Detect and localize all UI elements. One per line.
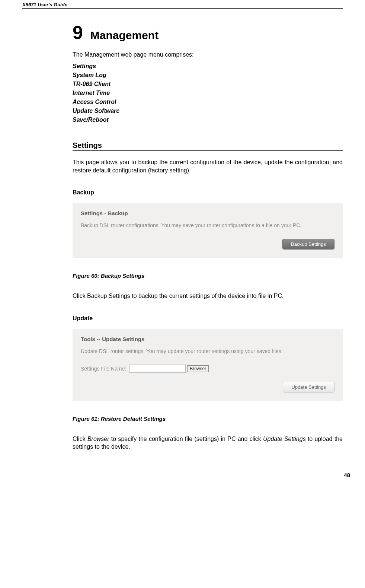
header-guide: X5671 User's Guide [22,2,343,7]
ss-update-label: Settings File Name: [81,366,126,372]
menu-item-update-software: Update Software [73,107,343,115]
screenshot-update: Tools -- Update Settings Update DSL rout… [73,329,343,401]
update-after-2: to specify the configuration file (setti… [109,436,263,442]
settings-body: This page allows you to backup the curre… [73,158,343,174]
figure-caption-update: Figure 61: Restore Default Settings [73,416,343,422]
ss-backup-title: Settings - Backup [81,210,334,216]
footer-rule [22,466,343,466]
settings-file-input[interactable] [129,365,186,373]
sub-heading-update: Update [73,315,343,322]
menu-item-internet-time: Internet Time [73,89,343,98]
menu-list: Settings System Log TR-069 Client Intern… [73,62,343,124]
screenshot-backup: Settings - Backup Backup DSL router conf… [73,203,343,258]
header-rule [22,8,343,9]
chapter-number: 9 [73,23,83,42]
chapter-title: 9 Management [73,23,343,42]
backup-settings-button[interactable]: Backup Settings [282,239,334,249]
update-after-i2: Update Settings [263,436,306,442]
backup-after-text: Click Backup Settings to backup the curr… [73,292,343,300]
update-after-i1: Browser [87,436,109,442]
intro-text: The Management web page menu comprises: [73,51,343,58]
sub-heading-backup: Backup [73,189,343,196]
menu-item-access-control: Access Control [73,98,343,107]
ss-update-text: Update DSL router settings. You may upda… [81,348,334,354]
section-heading-settings: Settings [73,141,343,151]
page-number: 48 [344,472,350,478]
update-after-1: Click [73,436,87,442]
menu-item-system-log: System Log [73,71,343,80]
update-after-text: Click Browser to specify the configurati… [73,435,343,451]
menu-item-tr069: TR-069 Client [73,80,343,89]
update-settings-button[interactable]: Update Settings [283,382,334,392]
menu-item-save-reboot: Save/Reboot [73,115,343,124]
figure-caption-backup: Figure 60: Backup Settings [73,273,343,279]
browser-button[interactable]: Browser [187,365,209,372]
menu-item-settings: Settings [73,62,343,71]
chapter-text: Management [90,29,159,42]
ss-backup-text: Backup DSL router configurations. You ma… [81,222,334,228]
ss-update-title: Tools -- Update Settings [81,336,334,342]
